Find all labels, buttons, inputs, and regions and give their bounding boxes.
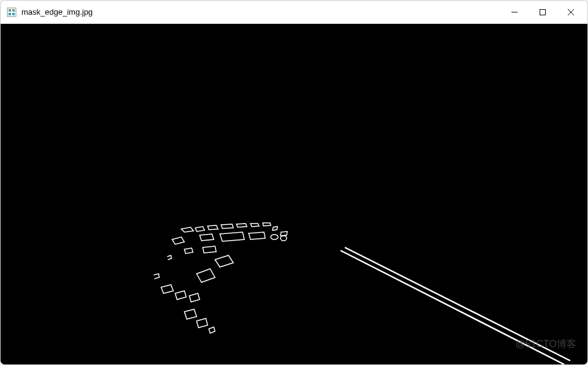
svg-rect-4 bbox=[12, 13, 15, 15]
app-icon bbox=[7, 7, 17, 17]
svg-rect-9 bbox=[1, 24, 587, 364]
maximize-button[interactable] bbox=[529, 1, 557, 23]
close-icon bbox=[568, 9, 574, 15]
minimize-icon bbox=[511, 9, 518, 15]
minimize-button[interactable] bbox=[500, 1, 529, 23]
window-controls bbox=[500, 1, 585, 23]
app-window: mask_edge_img.jpg bbox=[0, 0, 588, 365]
svg-rect-2 bbox=[12, 9, 15, 12]
window-title: mask_edge_img.jpg bbox=[21, 7, 92, 17]
maximize-icon bbox=[540, 9, 546, 15]
watermark-text: @51CTO博客 bbox=[515, 338, 576, 351]
svg-rect-3 bbox=[9, 13, 11, 15]
svg-rect-1 bbox=[9, 9, 11, 12]
svg-rect-6 bbox=[540, 9, 546, 15]
titlebar[interactable]: mask_edge_img.jpg bbox=[1, 1, 587, 24]
close-button[interactable] bbox=[557, 1, 585, 23]
image-content: @51CTO博客 bbox=[1, 24, 587, 364]
edge-detection-image bbox=[1, 24, 587, 364]
